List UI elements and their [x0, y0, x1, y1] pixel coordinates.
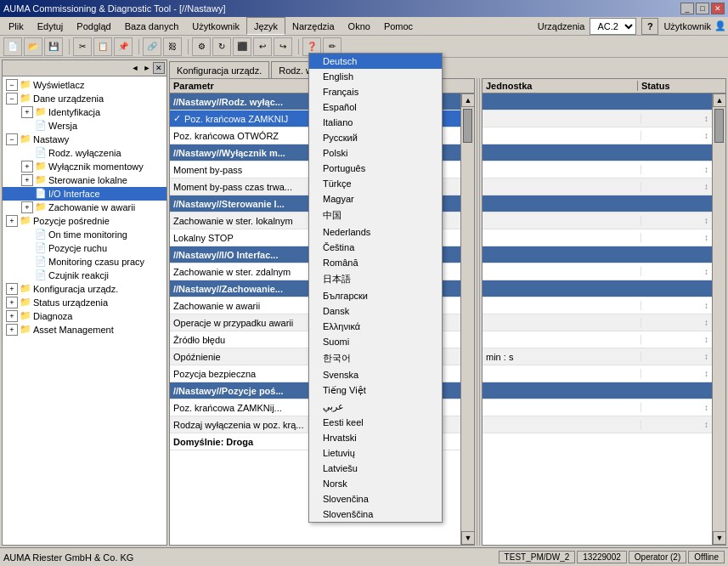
- menu-pomoc[interactable]: Pomoc: [377, 17, 420, 35]
- tree-expand-icon[interactable]: +: [21, 201, 33, 213]
- lang-item-deutsch[interactable]: Deutsch: [309, 54, 442, 69]
- tree-node-pozycje-ruchu[interactable]: 📄Pozycje ruchu: [3, 241, 166, 255]
- close-button[interactable]: ✕: [711, 3, 725, 14]
- connect-button[interactable]: 🔗: [143, 37, 161, 56]
- tree-node-on-time-monitoring[interactable]: 📄On time monitoring: [3, 228, 166, 241]
- lang-item-slovencina[interactable]: Slovenčina: [309, 491, 442, 507]
- lang-item-arabic[interactable]: عربي: [309, 399, 442, 415]
- lang-item-hrvatski[interactable]: Hrvatski: [309, 430, 442, 445]
- panel-close-button[interactable]: ✕: [153, 62, 165, 74]
- lang-item-chinese[interactable]: 中国: [309, 207, 442, 224]
- tree-expand-icon[interactable]: −: [6, 79, 18, 91]
- right-table-row[interactable]: [483, 246, 712, 263]
- tree-expand-icon[interactable]: +: [6, 324, 18, 336]
- lang-item-polski[interactable]: Polski: [309, 145, 442, 161]
- lang-item-francais[interactable]: Français: [309, 84, 442, 99]
- tree-expand-icon[interactable]: +: [21, 161, 33, 173]
- lang-item-latviesu[interactable]: Latviešu: [309, 461, 442, 476]
- tree-expand-icon[interactable]: +: [6, 310, 18, 322]
- tree-node-dane[interactable]: −📁Dane urządzenia: [3, 92, 166, 105]
- cut-button[interactable]: ✂: [73, 37, 92, 56]
- tree-node-nastawy[interactable]: −📁Nastawy: [3, 133, 166, 146]
- right-table-row[interactable]: ↕: [483, 110, 712, 127]
- right-table-row[interactable]: ↕: [483, 212, 712, 229]
- tree-expand-icon[interactable]: +: [6, 215, 18, 227]
- tree-node-wylacznik[interactable]: +📁Wyłącznik momentowy: [3, 160, 166, 173]
- undo-button[interactable]: ↩: [253, 37, 272, 56]
- lang-item-cestina[interactable]: Čeština: [309, 240, 442, 255]
- tree-expand-icon[interactable]: +: [6, 283, 18, 295]
- tree-expand-icon[interactable]: −: [6, 93, 18, 105]
- right-table-row[interactable]: ↕: [483, 297, 712, 314]
- tree-node-asset[interactable]: +📁Asset Management: [3, 323, 166, 337]
- left-scrollbar[interactable]: ▲ ▼: [460, 93, 474, 545]
- right-table-row[interactable]: [483, 144, 712, 161]
- lang-item-korean[interactable]: 한국어: [309, 349, 442, 367]
- right-table-row[interactable]: ↕: [483, 161, 712, 178]
- menu-okno[interactable]: Okno: [341, 17, 377, 35]
- lang-item-romana[interactable]: Română: [309, 255, 442, 270]
- tree-node-zachowanie-awarii[interactable]: +📁Zachowanie w awarii: [3, 201, 166, 214]
- tree-node-sterowanie-lokalne[interactable]: +📁Sterowanie lokalne: [3, 173, 166, 187]
- right-table-row[interactable]: [483, 195, 712, 212]
- lang-item-suomi[interactable]: Suomi: [309, 334, 442, 349]
- right-table-row[interactable]: [483, 280, 712, 297]
- lang-item-russian[interactable]: Русский: [309, 130, 442, 145]
- tree-node-io-interface[interactable]: 📄I/O Interface: [3, 187, 166, 201]
- tree-node-diagnoza[interactable]: +📁Diagnoza: [3, 309, 166, 323]
- tree-node-wyswietlacz[interactable]: −📁Wyświetlacz: [3, 78, 166, 92]
- open-button[interactable]: 📂: [24, 37, 42, 56]
- new-button[interactable]: 📄: [3, 37, 22, 56]
- minimize-button[interactable]: _: [680, 3, 694, 14]
- lang-item-espanol[interactable]: Español: [309, 99, 442, 115]
- scroll-up[interactable]: ▲: [461, 93, 474, 107]
- scroll-down[interactable]: ▼: [461, 531, 474, 545]
- right-table-row[interactable]: [483, 93, 712, 110]
- lang-item-nederlands[interactable]: Nederlands: [309, 224, 442, 240]
- right-table-row[interactable]: ↕: [483, 178, 712, 195]
- tree-expand-icon[interactable]: +: [21, 106, 33, 118]
- right-table-row[interactable]: ↕: [483, 416, 712, 433]
- lang-item-greek[interactable]: Ελληνικά: [309, 319, 442, 334]
- right-table-row[interactable]: ↕: [483, 399, 712, 416]
- tree-node-rodz-wylaczenia[interactable]: 📄Rodz. wyłączenia: [3, 146, 166, 160]
- settings-button[interactable]: ⚙: [192, 37, 211, 56]
- right-table-row[interactable]: ↕: [483, 263, 712, 280]
- menu-narzedzia[interactable]: Narzędzia: [285, 17, 341, 35]
- menu-plik[interactable]: Plik: [2, 17, 31, 35]
- lang-item-italiano[interactable]: Italiano: [309, 115, 442, 130]
- lang-item-turkce[interactable]: Türkçe: [309, 176, 442, 191]
- device-select[interactable]: AC.2: [590, 18, 636, 35]
- scroll-up-right[interactable]: ▲: [713, 93, 725, 107]
- right-table-row[interactable]: ↕: [483, 229, 712, 246]
- tree-node-monitoring-czasu[interactable]: 📄Monitoring czasu pracy: [3, 255, 166, 269]
- tree-node-status[interactable]: +📁Status urządzenia: [3, 296, 166, 309]
- right-table-row[interactable]: ↕: [483, 331, 712, 348]
- maximize-button[interactable]: □: [696, 3, 709, 14]
- resize-handle[interactable]: [477, 78, 480, 546]
- menu-baza-danych[interactable]: Baza danych: [118, 17, 186, 35]
- tree-node-identyfikacja[interactable]: +📁Identyfikacja: [3, 105, 166, 119]
- scroll-down-right[interactable]: ▼: [713, 531, 725, 545]
- help-button[interactable]: ?: [641, 18, 658, 35]
- lang-item-dansk[interactable]: Dansk: [309, 303, 442, 319]
- panel-expand-button[interactable]: ◄: [129, 62, 141, 74]
- right-table-row[interactable]: ↕: [483, 365, 712, 382]
- tree-expand-icon[interactable]: −: [6, 133, 18, 145]
- menu-jezyk[interactable]: Język: [246, 17, 285, 35]
- lang-item-portugues[interactable]: Português: [309, 161, 442, 176]
- right-scrollbar[interactable]: ▲ ▼: [712, 93, 725, 545]
- tree-expand-icon[interactable]: +: [21, 174, 33, 186]
- lang-item-slovenscina[interactable]: Slovenščina: [309, 507, 442, 522]
- panel-expand-button2[interactable]: ►: [141, 62, 153, 74]
- lang-item-english[interactable]: English: [309, 69, 442, 84]
- right-table-row[interactable]: ↕: [483, 127, 712, 144]
- tree-expand-icon[interactable]: +: [6, 297, 18, 308]
- right-table-row[interactable]: ↕: [483, 314, 712, 331]
- lang-item-svenska[interactable]: Svenska: [309, 367, 442, 382]
- refresh-button[interactable]: ↻: [212, 37, 231, 56]
- scroll-thumb-right[interactable]: [714, 109, 724, 143]
- lang-item-magyar[interactable]: Magyar: [309, 191, 442, 207]
- stop-button[interactable]: ⬛: [233, 37, 251, 56]
- lang-item-japanese[interactable]: 日本語: [309, 270, 442, 288]
